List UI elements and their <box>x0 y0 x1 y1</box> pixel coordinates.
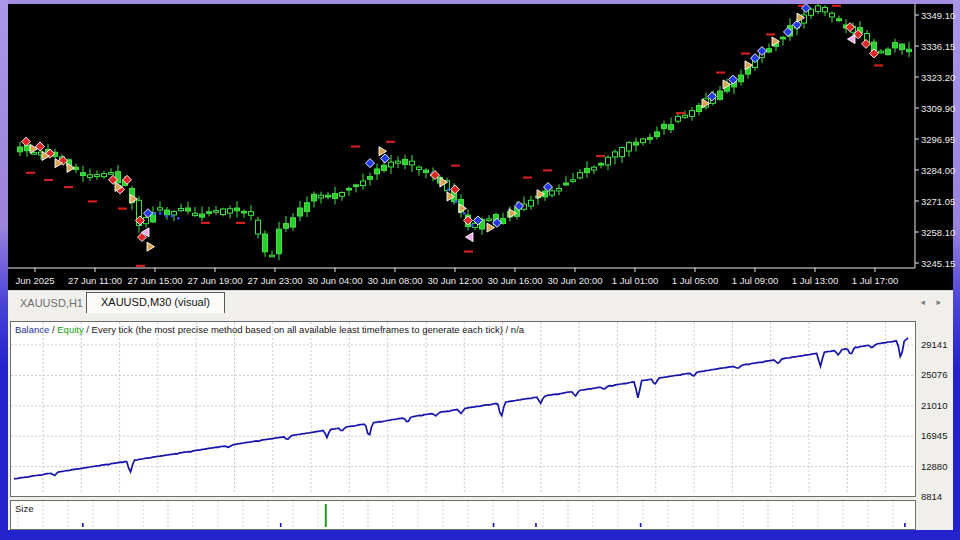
window-border-left <box>0 0 8 540</box>
price-axis-label: 3336.15 <box>921 41 960 52</box>
candlestick-chart[interactable] <box>8 4 953 290</box>
time-axis-label: 27 Jun 15:00 <box>128 275 183 286</box>
legend-balance-label: Balance <box>15 324 49 335</box>
time-axis-label: 1 Jul 13:00 <box>792 275 838 286</box>
price-axis-label: 3323.20 <box>921 72 960 83</box>
chart-tab-bar: XAUUSD,H1 XAUUSD,M30 (visual) ◂ ▸ <box>8 290 953 314</box>
balance-axis-label: 21010 <box>921 401 947 411</box>
time-axis-label: 27 Jun 23:00 <box>248 275 303 286</box>
tab-scroll-right-icon[interactable]: ▸ <box>936 298 941 307</box>
tab-xauusd-h1[interactable]: XAUUSD,H1 <box>20 297 83 309</box>
tab-scroll-left-icon[interactable]: ◂ <box>920 298 925 307</box>
time-axis-label: 30 Jun 04:00 <box>308 275 363 286</box>
time-axis-label: Jun 2025 <box>15 275 54 286</box>
time-axis-label: 1 Jul 17:00 <box>852 275 898 286</box>
time-axis-label: 30 Jun 16:00 <box>488 275 543 286</box>
price-axis-label: 3258.10 <box>921 227 960 238</box>
price-axis-label: 3245.15 <box>921 258 960 269</box>
balance-axis-label: 12880 <box>921 462 947 472</box>
time-axis-label: 27 Jun 11:00 <box>68 275 122 286</box>
window-border-bottom <box>0 530 960 540</box>
balance-axis-label: 16945 <box>921 431 947 441</box>
time-axis-label: 1 Jul 01:00 <box>612 275 658 286</box>
price-axis-label: 3284.00 <box>921 165 960 176</box>
time-axis-label: 1 Jul 09:00 <box>732 275 778 286</box>
price-axis-label: 3271.05 <box>921 196 960 207</box>
balance-chart-legend: Balance / Equity / Every tick (the most … <box>15 324 524 335</box>
legend-separator: / <box>503 324 511 335</box>
time-axis-label: 30 Jun 08:00 <box>368 275 423 286</box>
legend-separator: / <box>84 324 92 335</box>
balance-axis-label: 8814 <box>921 492 942 502</box>
price-axis-label: 3309.90 <box>921 103 960 114</box>
legend-description: Every tick (the most precise method base… <box>92 324 503 335</box>
balance-equity-chart[interactable] <box>11 322 913 494</box>
tab-xauusd-m30-visual[interactable]: XAUUSD,M30 (visual) <box>86 292 225 314</box>
time-axis-label: 1 Jul 05:00 <box>672 275 718 286</box>
size-panel-label: Size <box>15 503 33 514</box>
time-axis-label: 27 Jun 19:00 <box>188 275 243 286</box>
size-chart-panel[interactable]: Size <box>10 500 916 530</box>
price-axis-label: 3349.10 <box>921 10 960 21</box>
time-axis-label: 30 Jun 12:00 <box>428 275 483 286</box>
balance-axis-label: 29141 <box>921 340 947 350</box>
legend-equity-label: Equity <box>57 324 83 335</box>
candlestick-chart-area[interactable]: 3349.103336.153323.203309.903296.953284.… <box>8 4 953 290</box>
metatrader-tester-window: 3349.103336.153323.203309.903296.953284.… <box>0 0 960 540</box>
price-axis-label: 3296.95 <box>921 134 960 145</box>
window-content: 3349.103336.153323.203309.903296.953284.… <box>8 4 953 530</box>
tester-report-area: Balance / Equity / Every tick (the most … <box>8 313 953 530</box>
time-axis-label: 30 Jun 20:00 <box>548 275 603 286</box>
legend-na: n/a <box>511 324 524 335</box>
size-chart[interactable] <box>11 501 913 527</box>
balance-axis-label: 25076 <box>921 370 947 380</box>
balance-chart-panel[interactable]: Balance / Equity / Every tick (the most … <box>10 321 916 497</box>
